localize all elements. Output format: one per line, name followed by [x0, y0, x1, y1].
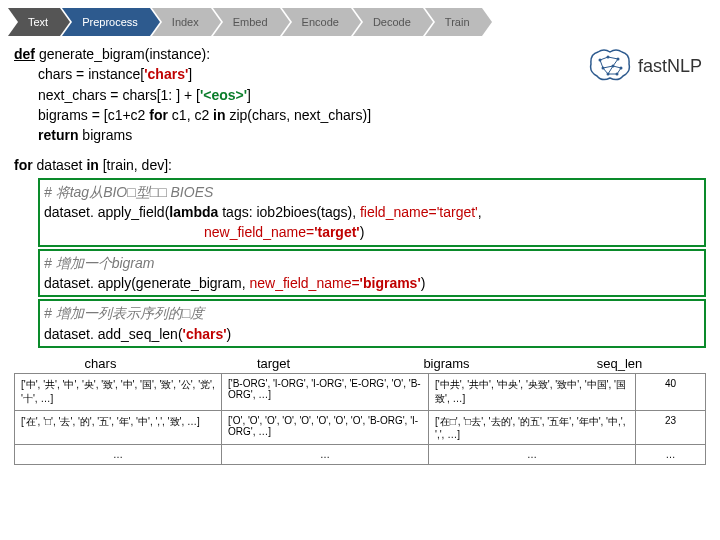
col-target: target [187, 356, 360, 371]
step-index: Index [152, 8, 211, 36]
table-headers: chars target bigrams seq_len [14, 356, 706, 371]
code-block: def generate_bigram(instance): chars = i… [14, 44, 706, 348]
col-seqlen: seq_len [533, 356, 706, 371]
comment-box-1: # 将tag从BIO□型□□ BIOES dataset. apply_fiel… [38, 178, 706, 247]
comment-box-3: # 增加一列表示序列的□度 dataset. add_seq_len('char… [38, 299, 706, 348]
data-table: ['中', '共', '中', '央', '致', '中', '国', '致',… [14, 373, 706, 465]
step-decode: Decode [353, 8, 423, 36]
col-chars: chars [14, 356, 187, 371]
step-text: Text [8, 8, 60, 36]
brain-icon [588, 48, 632, 84]
col-bigrams: bigrams [360, 356, 533, 371]
logo-text: fastNLP [638, 56, 702, 77]
step-preprocess: Preprocess [62, 8, 150, 36]
step-encode: Encode [282, 8, 351, 36]
comment-box-2: # 增加一个bigram dataset. apply(generate_big… [38, 249, 706, 298]
pipeline-steps: Text Preprocess Index Embed Encode Decod… [8, 8, 720, 40]
logo: fastNLP [588, 48, 702, 84]
table-row: … … … … [15, 444, 706, 464]
table-row: ['在', '□', '去', '的', '五', '年', '中', ',',… [15, 410, 706, 444]
step-embed: Embed [213, 8, 280, 36]
table-row: ['中', '共', '中', '央', '致', '中', '国', '致',… [15, 373, 706, 410]
step-train: Train [425, 8, 482, 36]
